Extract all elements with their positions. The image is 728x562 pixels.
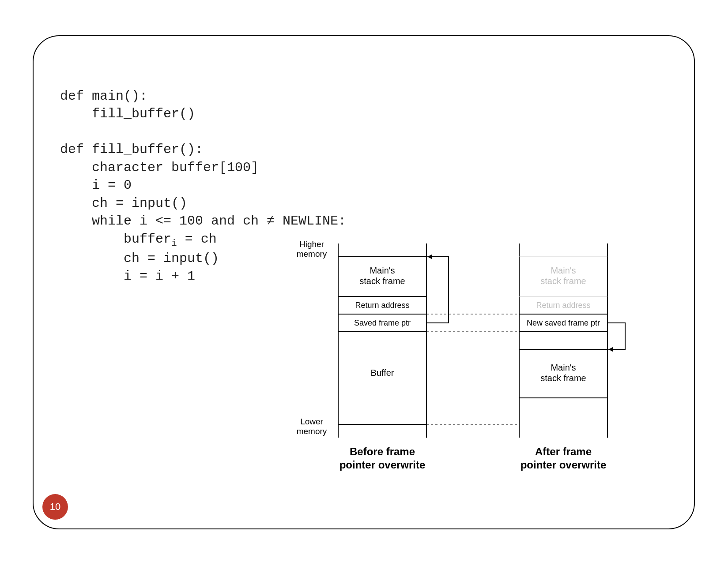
code-line: character buffer[100] <box>60 160 259 175</box>
before-caption-2: pointer overwrite <box>339 459 426 471</box>
after-caption-2: pointer overwrite <box>521 459 607 471</box>
after-new-saved-frame-ptr-label: New saved frame ptr <box>527 318 600 327</box>
lower-memory-label-2: memory <box>297 427 327 436</box>
after-ghost-main-1: Main's <box>551 266 576 275</box>
code-line: bufferi = ch <box>60 232 217 247</box>
svg-marker-7 <box>427 255 432 259</box>
before-main-label-1: Main's <box>370 266 395 275</box>
after-caption-1: After frame <box>535 446 592 457</box>
after-main-label-1: Main's <box>551 363 576 372</box>
before-saved-frame-ptr-label: Saved frame ptr <box>354 318 411 327</box>
code-line: def main(): <box>60 89 147 104</box>
page-number: 10 <box>50 501 60 513</box>
before-caption-1: Before frame <box>350 446 415 457</box>
code-line: i = i + 1 <box>60 269 195 284</box>
code-line: fill_buffer() <box>60 106 195 121</box>
code-line: i = 0 <box>60 178 132 193</box>
page-number-badge: 10 <box>42 494 68 520</box>
code-line: while i <= 100 and ch ≠ NEWLINE: <box>60 214 346 229</box>
svg-marker-19 <box>608 347 613 352</box>
slide-frame: def main(): fill_buffer() def fill_buffe… <box>33 35 695 529</box>
code-line: ch = input() <box>60 251 219 266</box>
stack-diagram: Main's stack frame Return address Saved … <box>290 239 687 495</box>
after-ghost-return-address: Return address <box>536 301 590 310</box>
code-line: ch = input() <box>60 196 187 211</box>
before-return-address-label: Return address <box>355 301 409 310</box>
after-main-label-2: stack frame <box>540 373 586 383</box>
higher-memory-label-1: Higher <box>299 240 324 249</box>
before-main-label-2: stack frame <box>359 276 405 286</box>
higher-memory-label-2: memory <box>297 249 327 259</box>
code-line: def fill_buffer(): <box>60 142 203 157</box>
after-ghost-main-2: stack frame <box>540 276 586 286</box>
lower-memory-label-1: Lower <box>300 417 323 426</box>
before-buffer-label: Buffer <box>371 368 394 378</box>
